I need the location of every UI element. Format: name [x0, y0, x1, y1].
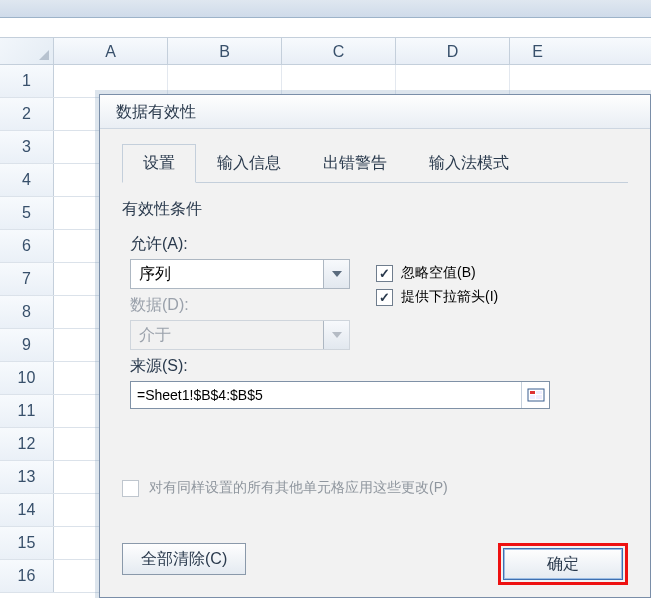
row-header[interactable]: 7 — [0, 263, 54, 295]
ok-button[interactable]: 确定 — [503, 548, 623, 580]
column-header-row: A B C D E — [0, 37, 651, 65]
cell[interactable] — [396, 65, 510, 97]
dialog-button-bar: 全部清除(C) 确定 — [122, 543, 628, 585]
svg-rect-4 — [536, 395, 542, 399]
row-header[interactable]: 10 — [0, 362, 54, 394]
row-header[interactable]: 16 — [0, 560, 54, 592]
cell[interactable] — [168, 65, 282, 97]
row-header[interactable]: 4 — [0, 164, 54, 196]
apply-to-others-label: 对有同样设置的所有其他单元格应用这些更改(P) — [149, 479, 448, 497]
range-selector-icon[interactable] — [521, 382, 549, 408]
row-header[interactable]: 11 — [0, 395, 54, 427]
row-header[interactable]: 3 — [0, 131, 54, 163]
ok-highlight: 确定 — [498, 543, 628, 585]
dialog-title: 数据有效性 — [100, 95, 650, 129]
allow-combobox[interactable]: 序列 — [130, 259, 350, 289]
row-header[interactable]: 13 — [0, 461, 54, 493]
source-input[interactable] — [131, 387, 521, 403]
row-header[interactable]: 15 — [0, 527, 54, 559]
data-label: 数据(D): — [130, 295, 352, 316]
allow-label: 允许(A): — [130, 234, 352, 255]
col-header-A[interactable]: A — [54, 38, 168, 64]
tab-ime-mode[interactable]: 输入法模式 — [408, 144, 530, 183]
ribbon-sliver — [0, 0, 651, 18]
data-validation-dialog: 数据有效性 设置 输入信息 出错警告 输入法模式 有效性条件 允许(A): 序列… — [99, 94, 651, 598]
cell[interactable] — [54, 65, 168, 97]
in-cell-dropdown-checkbox[interactable]: 提供下拉箭头(I) — [376, 288, 628, 306]
data-value: 介于 — [131, 321, 323, 349]
row-header[interactable]: 12 — [0, 428, 54, 460]
apply-to-others-checkbox: 对有同样设置的所有其他单元格应用这些更改(P) — [122, 479, 628, 497]
svg-rect-1 — [530, 391, 535, 394]
criteria-group-title: 有效性条件 — [122, 199, 628, 220]
checkbox-icon — [376, 289, 393, 306]
svg-rect-3 — [530, 395, 535, 399]
tab-settings[interactable]: 设置 — [122, 144, 196, 183]
col-header-B[interactable]: B — [168, 38, 282, 64]
validation-criteria-group: 有效性条件 允许(A): 序列 数据(D): 介于 — [122, 199, 628, 497]
cell[interactable] — [282, 65, 396, 97]
checkbox-icon — [376, 265, 393, 282]
formula-bar-area — [0, 18, 651, 37]
chevron-down-icon — [323, 321, 349, 349]
row-header[interactable]: 9 — [0, 329, 54, 361]
row-header[interactable]: 14 — [0, 494, 54, 526]
row-header[interactable]: 8 — [0, 296, 54, 328]
clear-all-button[interactable]: 全部清除(C) — [122, 543, 246, 575]
ignore-blank-checkbox[interactable]: 忽略空值(B) — [376, 264, 628, 282]
col-header-C[interactable]: C — [282, 38, 396, 64]
chevron-down-icon[interactable] — [323, 260, 349, 288]
tab-input-message[interactable]: 输入信息 — [196, 144, 302, 183]
checkbox-icon — [122, 480, 139, 497]
source-label: 来源(S): — [130, 356, 628, 377]
col-header-D[interactable]: D — [396, 38, 510, 64]
row-header[interactable]: 1 — [0, 65, 54, 97]
row-header[interactable]: 6 — [0, 230, 54, 262]
tab-error-alert[interactable]: 出错警告 — [302, 144, 408, 183]
dropdown-arrow-label: 提供下拉箭头(I) — [401, 288, 498, 306]
source-input-wrap — [130, 381, 550, 409]
row-header[interactable]: 5 — [0, 197, 54, 229]
dialog-tabs: 设置 输入信息 出错警告 输入法模式 — [122, 143, 628, 183]
ignore-blank-label: 忽略空值(B) — [401, 264, 476, 282]
data-combobox: 介于 — [130, 320, 350, 350]
col-header-E[interactable]: E — [510, 38, 565, 64]
row-header[interactable]: 2 — [0, 98, 54, 130]
allow-value: 序列 — [131, 260, 323, 288]
svg-rect-2 — [536, 391, 542, 394]
select-all-corner[interactable] — [0, 38, 54, 64]
